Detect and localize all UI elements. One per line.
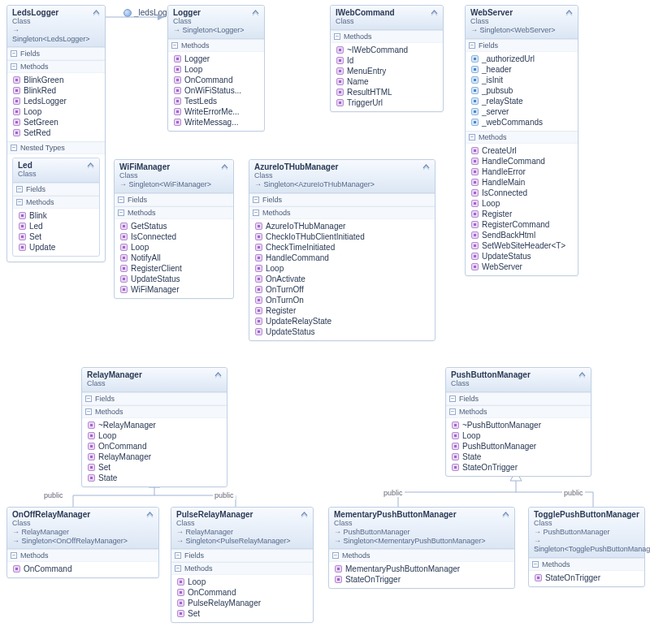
member-item[interactable]: _isInit	[469, 75, 574, 85]
member-item[interactable]: Set	[175, 608, 310, 619]
member-item[interactable]: OnTurnOff	[253, 284, 431, 295]
expand-icon[interactable]: −	[175, 565, 181, 572]
member-item[interactable]: Logger	[171, 54, 261, 64]
class-header[interactable]: MementaryPushButtonManagerClass→ PushBut…	[329, 508, 514, 549]
class-header[interactable]: WebServerClass→ Singleton<WebServer>	[466, 6, 578, 39]
section-header[interactable]: −Fields	[115, 194, 233, 206]
class-PushButtonManager[interactable]: PushButtonManagerClass−Fields−Methods~Pu…	[445, 367, 592, 477]
member-item[interactable]: BlinkRed	[11, 85, 102, 96]
collapse-icon[interactable]	[501, 510, 509, 518]
member-item[interactable]: Register	[253, 305, 431, 316]
expand-icon[interactable]: −	[449, 395, 456, 402]
member-item[interactable]: _webCommands	[469, 117, 574, 128]
member-item[interactable]: Register	[469, 209, 574, 219]
member-item[interactable]: UpdateStatus	[118, 274, 230, 284]
member-item[interactable]: Name	[334, 76, 440, 87]
member-item[interactable]: HandleError	[469, 166, 574, 177]
expand-icon[interactable]: −	[449, 408, 456, 415]
member-item[interactable]: Update	[16, 242, 96, 253]
member-item[interactable]: Loop	[11, 106, 102, 117]
member-item[interactable]: HandleCommand	[253, 253, 431, 263]
member-item[interactable]: Loop	[171, 64, 261, 75]
section-header[interactable]: −Fields	[82, 393, 227, 405]
expand-icon[interactable]: −	[16, 186, 23, 192]
expand-icon[interactable]: −	[332, 552, 339, 559]
member-item[interactable]: OnTurnOn	[253, 295, 431, 305]
section-header[interactable]: −Methods	[249, 207, 435, 219]
expand-icon[interactable]: −	[469, 42, 475, 49]
section-header[interactable]: −Methods	[115, 207, 233, 219]
expand-icon[interactable]: −	[334, 33, 340, 40]
member-item[interactable]: WriteMessag...	[171, 117, 261, 128]
member-item[interactable]: Set	[16, 231, 96, 242]
section-header[interactable]: −Methods	[529, 559, 644, 571]
member-item[interactable]: NotifyAll	[118, 253, 230, 263]
member-item[interactable]: CreateUrl	[469, 145, 574, 156]
member-item[interactable]: HandleCommand	[469, 156, 574, 166]
class-header[interactable]: PulseRelayManagerClass→ RelayManager→ Si…	[171, 508, 313, 549]
expand-icon[interactable]: −	[85, 395, 92, 402]
expand-icon[interactable]: −	[532, 561, 539, 568]
section-header[interactable]: −Methods	[331, 31, 443, 43]
member-item[interactable]: GetStatus	[118, 221, 230, 231]
class-RelayManager[interactable]: RelayManagerClass−Fields−Methods~RelayMa…	[81, 367, 228, 487]
section-header[interactable]: −Methods	[82, 406, 227, 418]
member-item[interactable]: Set	[85, 462, 223, 473]
member-item[interactable]: RegisterCommand	[469, 219, 574, 230]
member-item[interactable]: MementaryPushButtonManager	[332, 564, 511, 574]
member-item[interactable]: _authorizedUrl	[469, 54, 574, 64]
expand-icon[interactable]: −	[253, 210, 259, 216]
member-item[interactable]: State	[449, 452, 587, 462]
expand-icon[interactable]: −	[11, 50, 17, 57]
member-item[interactable]: SetWebSiteHeader<T>	[469, 240, 574, 251]
expand-icon[interactable]: −	[118, 210, 124, 216]
member-item[interactable]: OnActivate	[253, 274, 431, 284]
section-header[interactable]: −Methods	[13, 197, 99, 209]
collapse-icon[interactable]	[300, 510, 308, 518]
member-item[interactable]: WebServer	[469, 261, 574, 272]
member-item[interactable]: Loop	[175, 577, 310, 587]
member-item[interactable]: _header	[469, 64, 574, 75]
member-item[interactable]: SetGreen	[11, 117, 102, 128]
member-item[interactable]: Loop	[253, 263, 431, 274]
expand-icon[interactable]: −	[85, 408, 92, 415]
class-LedsLogger[interactable]: LedsLoggerClass→ Singleton<LedsLogger>−F…	[6, 5, 106, 262]
class-AzureIoTHubManager[interactable]: AzureIoTHubManagerClass→ Singleton<Azure…	[249, 159, 436, 341]
member-item[interactable]: SendBackHtml	[469, 230, 574, 240]
collapse-icon[interactable]	[430, 8, 438, 16]
collapse-icon[interactable]	[214, 370, 222, 378]
member-item[interactable]: OnWiFiStatus...	[171, 85, 261, 96]
section-header[interactable]: −Methods	[7, 550, 158, 562]
member-item[interactable]: Loop	[118, 242, 230, 253]
member-item[interactable]: TestLeds	[171, 96, 261, 106]
class-PulseRelayManager[interactable]: PulseRelayManagerClass→ RelayManager→ Si…	[171, 507, 314, 623]
class-MementaryPushButtonManager[interactable]: MementaryPushButtonManagerClass→ PushBut…	[328, 507, 515, 589]
member-item[interactable]: CheckIoTHubClientInitiated	[253, 231, 431, 242]
member-item[interactable]: AzureIoTHubManager	[253, 221, 431, 231]
class-header[interactable]: AzureIoTHubManagerClass→ Singleton<Azure…	[249, 160, 435, 193]
member-item[interactable]: Loop	[85, 430, 223, 441]
member-item[interactable]: LedsLogger	[11, 96, 102, 106]
member-item[interactable]: PushButtonManager	[449, 441, 587, 452]
member-item[interactable]: _server	[469, 106, 574, 117]
section-header[interactable]: −Fields	[13, 184, 99, 196]
section-header[interactable]: −Methods	[7, 61, 105, 73]
section-header[interactable]: −Fields	[171, 550, 313, 562]
member-item[interactable]: _pubsub	[469, 85, 574, 96]
member-item[interactable]: UpdateRelayState	[253, 316, 431, 326]
class-header[interactable]: LoggerClass→ Singleton<Logger>	[168, 6, 264, 39]
member-item[interactable]: WiFiManager	[118, 284, 230, 295]
member-item[interactable]: OnCommand	[175, 587, 310, 598]
member-item[interactable]: WriteErrorMe...	[171, 106, 261, 117]
collapse-icon[interactable]	[578, 370, 586, 378]
expand-icon[interactable]: −	[11, 552, 17, 559]
section-header[interactable]: −Methods	[446, 406, 591, 418]
class-header[interactable]: OnOffRelayManagerClass→ RelayManager→ Si…	[7, 508, 158, 549]
class-header[interactable]: LedClass	[13, 158, 99, 183]
member-item[interactable]: UpdateStatus	[253, 326, 431, 337]
section-header[interactable]: −Fields	[446, 393, 591, 405]
section-header[interactable]: −Nested Types	[7, 142, 105, 154]
section-header[interactable]: −Methods	[466, 132, 578, 144]
section-header[interactable]: −Methods	[329, 550, 514, 562]
member-item[interactable]: OnCommand	[85, 441, 223, 452]
